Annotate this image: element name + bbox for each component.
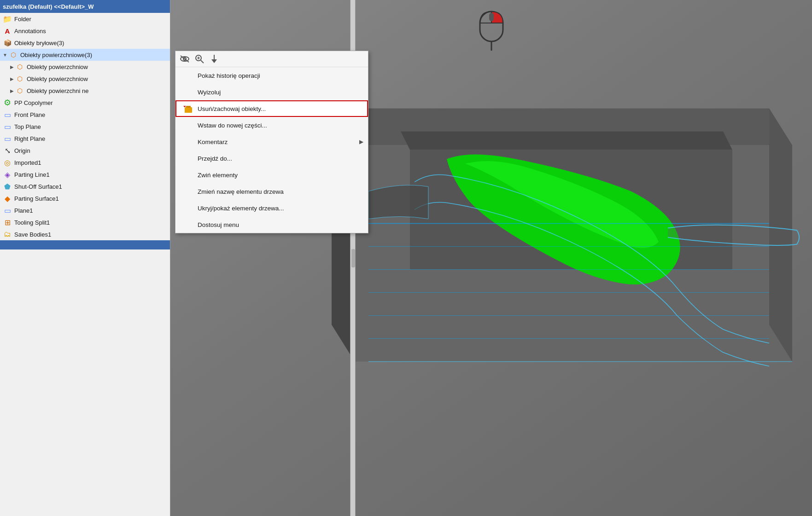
tree-header-text: szufelka (Default) <<Default>_W: [3, 3, 94, 10]
menu-item-collapse[interactable]: Zwiń elementy: [175, 167, 368, 183]
svg-marker-7: [401, 132, 732, 150]
tree-item-front-plane[interactable]: ▭ Front Plane: [0, 109, 170, 121]
expand-arrow: ▶: [10, 88, 14, 93]
svg-marker-27: [183, 106, 186, 107]
origin-icon: ⤡: [3, 146, 12, 155]
tree-item-parting-line1[interactable]: ◈ Parting Line1: [0, 168, 170, 180]
expand-arrow: ▶: [10, 64, 14, 70]
tree-item-pp-copolymer[interactable]: ⚙ PP Copolymer: [0, 97, 170, 109]
material-icon: ⚙: [3, 98, 12, 107]
tree-item-right-plane[interactable]: ▭ Right Plane: [0, 133, 170, 145]
menu-item-customize[interactable]: Dostosuj menu: [175, 216, 368, 233]
surface-sub1-icon: ⬡: [15, 62, 24, 71]
tree-item-label: Shut-Off Surface1: [14, 183, 62, 190]
menu-item-label: Przejdź do...: [198, 155, 232, 162]
menu-item-label: Ukryj/pokaż elementy drzewa...: [198, 205, 284, 212]
tree-item-label: Obiekty powierzchniowe(3): [20, 52, 92, 58]
menu-item-delete-keep[interactable]: Usuń/zachowaj obiekty...: [175, 100, 368, 117]
tree-item-label: Origin: [14, 147, 30, 154]
go-to-icon: [183, 153, 194, 164]
tree-item-label: Imported1: [14, 159, 41, 166]
tree-bottom-bar: [0, 240, 170, 249]
submenu-arrow-icon: ▶: [359, 139, 363, 145]
menu-item-insert-new-part[interactable]: Wstaw do nowej części...: [175, 117, 368, 133]
tree-item-surface-sub2[interactable]: ▶ ⬡ Obiekty powierzchniow: [0, 73, 170, 85]
tree-item-label: Save Bodies1: [14, 231, 51, 238]
tree-item-tooling-split1[interactable]: ⊞ Tooling Split1: [0, 216, 170, 228]
tree-item-label: Parting Line1: [14, 171, 50, 178]
top-plane-icon: ▭: [3, 122, 12, 131]
menu-item-show-history[interactable]: Pokaż historię operacji: [175, 67, 368, 84]
right-plane-icon: ▭: [3, 134, 12, 143]
menu-item-rename[interactable]: Zmień nazwę elementu drzewa: [175, 183, 368, 200]
context-menu: Pokaż historię operacji Wyizoluj Usuń/za…: [175, 51, 368, 233]
feature-tree: szufelka (Default) <<Default>_W 📁 Folder…: [0, 0, 170, 516]
folder-icon: 📁: [3, 14, 12, 23]
tree-item-label: Plane1: [14, 207, 33, 214]
tree-item-folder[interactable]: 📁 Folder: [0, 13, 170, 25]
parting-line-icon: ◈: [3, 170, 12, 179]
divider-handle: [351, 249, 355, 267]
menu-item-hide-show[interactable]: Ukryj/pokaż elementy drzewa...: [175, 200, 368, 216]
save-bodies-icon: 🗂: [3, 230, 12, 239]
tree-item-label: PP Copolymer: [14, 99, 53, 106]
tree-item-label: Obiekty bryłowe(3): [14, 40, 64, 46]
menu-item-label: Dostosuj menu: [198, 221, 239, 228]
show-history-icon: [183, 70, 194, 81]
tree-item-surface-sub3[interactable]: ▶ ⬡ Obiekty powierzchni ne: [0, 85, 170, 97]
tree-item-label: Front Plane: [14, 111, 45, 118]
hide-show-icon: [183, 203, 194, 214]
tree-item-label: Annotations: [14, 28, 46, 35]
tree-item-solid-bodies[interactable]: 📦 Obiekty bryłowe(3): [0, 37, 170, 49]
tree-item-parting-surface1[interactable]: ◆ Parting Surface1: [0, 192, 170, 204]
tree-item-imported1[interactable]: ◎ Imported1: [0, 157, 170, 168]
context-menu-toolbar: [175, 51, 368, 67]
surface-bodies-icon: ⬡: [9, 50, 18, 59]
tree-item-surface-sub1[interactable]: ▶ ⬡ Obiekty powierzchniow: [0, 61, 170, 73]
expand-arrow: ▶: [10, 76, 14, 81]
tree-item-label: Top Plane: [14, 123, 41, 130]
delete-keep-icon: [183, 103, 194, 114]
ctx-toolbar-eye-off[interactable]: [179, 53, 190, 64]
tree-item-shut-off-surface1[interactable]: ⬟ Shut-Off Surface1: [0, 180, 170, 192]
svg-rect-26: [186, 106, 191, 108]
menu-item-label: Wstaw do nowej części...: [198, 122, 267, 129]
menu-item-label: Pokaż historię operacji: [198, 72, 260, 79]
tree-item-label: Right Plane: [14, 135, 45, 142]
tree-header: szufelka (Default) <<Default>_W: [0, 0, 170, 13]
menu-item-label: Zmień nazwę elementu drzewa: [198, 188, 284, 195]
tree-item-annotations[interactable]: A Annotations: [0, 25, 170, 37]
customize-icon: [183, 219, 194, 230]
tree-item-save-bodies1[interactable]: 🗂 Save Bodies1: [0, 228, 170, 240]
shut-off-icon: ⬟: [3, 182, 12, 191]
menu-item-go-to[interactable]: Przejdź do...: [175, 150, 368, 167]
svg-marker-24: [211, 59, 217, 63]
collapse-icon: [183, 169, 194, 180]
svg-rect-25: [185, 107, 192, 113]
tree-item-surface-bodies[interactable]: ▼ ⬡ Obiekty powierzchniowe(3): [0, 49, 170, 61]
viewport: Pokaż historię operacji Wyizoluj Usuń/za…: [170, 0, 812, 516]
tree-item-label: Obiekty powierzchniow: [27, 64, 88, 70]
front-plane-icon: ▭: [3, 110, 12, 119]
svg-line-20: [201, 60, 204, 63]
solid-bodies-icon: 📦: [3, 38, 12, 47]
ctx-toolbar-pushdown[interactable]: [209, 53, 220, 64]
tree-item-label: Obiekty powierzchni ne: [27, 87, 88, 94]
expand-arrow: ▼: [3, 52, 7, 58]
insert-new-part-icon: [183, 120, 194, 131]
menu-item-label: Wyizoluj: [198, 89, 221, 96]
menu-item-comment[interactable]: Komentarz ▶: [175, 133, 368, 150]
menu-item-label: Usuń/zachowaj obiekty...: [198, 105, 266, 112]
menu-item-isolate[interactable]: Wyizoluj: [175, 84, 368, 100]
comment-icon: [183, 136, 194, 147]
tooling-icon: ⊞: [3, 218, 12, 227]
tree-item-label: Tooling Split1: [14, 219, 50, 226]
tree-item-plane1[interactable]: ▭ Plane1: [0, 204, 170, 216]
tree-item-origin[interactable]: ⤡ Origin: [0, 145, 170, 157]
isolate-icon: [183, 87, 194, 98]
tree-item-label: Parting Surface1: [14, 195, 59, 202]
tree-item-top-plane[interactable]: ▭ Top Plane: [0, 121, 170, 133]
ctx-toolbar-zoom[interactable]: [194, 53, 205, 64]
imported-icon: ◎: [3, 158, 12, 167]
surface-sub3-icon: ⬡: [15, 86, 24, 95]
